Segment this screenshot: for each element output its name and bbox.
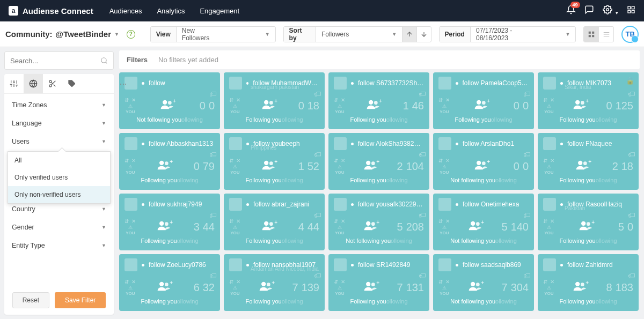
- svg-point-66: [269, 222, 273, 226]
- follower-card[interactable]: follow ZoeLucy0786 🏷 ⇵ ✕ ⚠ YOU + 6 32 Fo…: [119, 254, 220, 311]
- card-stat-2: 79: [203, 160, 215, 173]
- filter-language[interactable]: Language▼: [4, 114, 114, 132]
- follower-card[interactable]: follow MIK7073 Sikar, India 🏷 🔒 ⇵ ✕ ⚠ YO…: [538, 72, 639, 129]
- follower-card[interactable]: follow youbeeph Philippines 🏷 ⇵ ✕ ⚠ YOU …: [224, 133, 325, 190]
- card-status: Following youollowing: [334, 298, 424, 305]
- follower-card[interactable]: follow 🏷 ⇵ ✕ ⚠ YOU + 0 0 Not following y…: [119, 72, 220, 129]
- card-stat-1: 4: [298, 221, 304, 233]
- card-stat-2: 52: [308, 160, 319, 173]
- community-selector[interactable]: Community: @TweetBinder ▼: [5, 29, 119, 39]
- people-icon: +: [363, 279, 379, 296]
- follower-card[interactable]: follow Abbaskhan1313 🏷 ⇵ ✕ ⚠ YOU + 0 79 …: [119, 133, 220, 190]
- svg-point-74: [581, 221, 586, 225]
- nav-audiences[interactable]: Audiences: [109, 7, 142, 15]
- svg-point-63: [165, 222, 169, 226]
- chat-icon[interactable]: [584, 5, 594, 17]
- card-avatar: [334, 77, 347, 90]
- svg-rect-10: [589, 35, 591, 37]
- brand-logo[interactable]: a Audiense Connect: [9, 6, 93, 16]
- svg-text:+: +: [487, 99, 490, 104]
- card-stat-1: 0: [514, 160, 519, 173]
- svg-point-33: [168, 101, 172, 105]
- gear-icon[interactable]: ▾: [603, 5, 618, 17]
- save-filter-button[interactable]: Save Filter: [55, 292, 106, 308]
- sort-asc-button[interactable]: [402, 27, 416, 42]
- follower-card[interactable]: follow AlokSha93822528 🏷 ⇵ ✕ ⚠ YOU + 2 1…: [328, 133, 429, 190]
- card-stat-2: 0: [627, 221, 633, 233]
- user-avatar[interactable]: TB: [621, 26, 639, 43]
- warning-icon: ⚠: [442, 164, 447, 169]
- follower-card[interactable]: follow nansobhai1907 Andaman And Nicobar…: [224, 254, 325, 311]
- card-avatar: [229, 77, 242, 90]
- svg-text:+: +: [586, 280, 589, 286]
- follower-card[interactable]: follow MuhammadWa72845 shakargarh pakist…: [224, 72, 325, 129]
- card-status: Following youollowing: [229, 177, 319, 183]
- grid-view-button[interactable]: [584, 27, 599, 42]
- filter-entity[interactable]: Entity Type▼: [4, 236, 114, 255]
- people-icon: +: [363, 158, 379, 175]
- card-status: Following youollowing: [125, 298, 215, 305]
- follower-card[interactable]: follow RasoolHaziq Pakistan 🏷 ⇵ ✕ ⚠ YOU …: [538, 194, 639, 250]
- people-icon: +: [259, 279, 275, 296]
- svg-text:+: +: [376, 159, 379, 165]
- svg-point-80: [261, 281, 266, 286]
- tab-globe[interactable]: [24, 74, 43, 93]
- follower-card[interactable]: follow sukhraj7949 🏷 ⇵ ✕ ⚠ YOU + 3 44 Fo…: [119, 194, 220, 250]
- card-stat-1: 5: [502, 221, 508, 233]
- notif-badge: 49: [570, 2, 580, 8]
- svg-text:+: +: [376, 220, 379, 225]
- period-select[interactable]: 07/17/2023 - 08/16/2023▼: [471, 27, 575, 42]
- card-avatar: [543, 258, 556, 271]
- filter-users[interactable]: Users▼: [4, 132, 114, 151]
- card-username: follow Zahidmrd: [567, 261, 613, 269]
- card-stat-2: 44: [308, 221, 319, 233]
- filter-gender[interactable]: Gender▼: [4, 218, 114, 236]
- users-option-nonverified[interactable]: Only non-verified users: [8, 186, 110, 203]
- follower-card[interactable]: follow ArslanDho1 🏷 ⇵ ✕ ⚠ YOU + 0 0 Not …: [433, 133, 534, 190]
- card-stat-2: 0: [209, 100, 215, 112]
- tab-tag[interactable]: [62, 74, 82, 93]
- help-icon[interactable]: ?: [127, 30, 135, 39]
- follower-card[interactable]: follow SR1492849 🏷 ⇵ ✕ ⚠ YOU + 7 131 Fol…: [328, 254, 429, 311]
- card-avatar: [334, 258, 347, 271]
- users-option-all[interactable]: All: [8, 152, 110, 169]
- card-stat-1: 0: [298, 100, 304, 112]
- nav-engagement[interactable]: Engagement: [200, 7, 239, 15]
- svg-line-15: [106, 62, 107, 64]
- follower-card[interactable]: follow Zahidmrd 🏷 ⇵ ✕ ⚠ YOU + 8 183 Foll…: [538, 254, 639, 311]
- card-username: follow ZoeLucy0786: [149, 261, 206, 269]
- apps-icon[interactable]: [627, 5, 635, 16]
- svg-point-86: [471, 281, 475, 286]
- follower-card[interactable]: follow yousafk30229644 🏷 ⇵ ✕ ⚠ YOU + 5 2…: [328, 194, 429, 250]
- card-status: Not following youollowing: [125, 116, 215, 123]
- search-input[interactable]: [10, 57, 100, 65]
- users-option-verified[interactable]: Only verified users: [8, 169, 110, 186]
- people-icon: +: [573, 98, 589, 114]
- warning-icon: ⚠: [128, 103, 133, 109]
- follower-card[interactable]: follow FNaquee 🏷 ⇵ ✕ ⚠ YOU + 2 18 Follow…: [538, 133, 639, 190]
- nav-analytics[interactable]: Analytics: [157, 7, 185, 15]
- sort-desc-button[interactable]: [416, 27, 431, 42]
- kebab-icon[interactable]: ⋮: [119, 80, 128, 87]
- warning-icon: ⚠: [233, 103, 237, 109]
- follower-card[interactable]: follow Onetimehexa 🏷 ⇵ ✕ ⚠ YOU + 5 140 N…: [433, 194, 534, 250]
- card-stat-1: 7: [397, 281, 403, 294]
- view-select[interactable]: New Followers▼: [177, 27, 275, 42]
- tab-sliders[interactable]: [4, 74, 24, 93]
- follower-card[interactable]: follow saadsaqib869 🏷 ⇵ ✕ ⚠ YOU + 7 304 …: [433, 254, 534, 311]
- follower-card[interactable]: follow PamelaCoop55919 🏷 ⇵ ✕ ⚠ YOU + 0 0…: [433, 72, 534, 129]
- brand-name: Audiense Connect: [23, 6, 93, 16]
- svg-line-30: [54, 85, 56, 87]
- reset-button[interactable]: Reset: [12, 292, 49, 308]
- card-status: Following youollowing: [438, 116, 529, 123]
- card-status: Not following youollowing: [438, 298, 529, 305]
- tab-scissors[interactable]: [43, 74, 62, 93]
- follower-card[interactable]: follow abrar_zajrani 🏷 ⇵ ✕ ⚠ YOU + 4 44 …: [224, 194, 325, 250]
- bell-icon[interactable]: 49: [566, 5, 576, 17]
- follower-card[interactable]: follow S67337732Shah 🏷 ⇵ ✕ ⚠ YOU + 1 46 …: [328, 72, 429, 129]
- list-view-button[interactable]: [599, 27, 614, 42]
- svg-point-78: [165, 283, 169, 286]
- people-icon: +: [468, 219, 484, 235]
- sort-select[interactable]: Followers▼: [316, 27, 402, 42]
- filter-timezones[interactable]: Time Zones▼: [4, 96, 114, 114]
